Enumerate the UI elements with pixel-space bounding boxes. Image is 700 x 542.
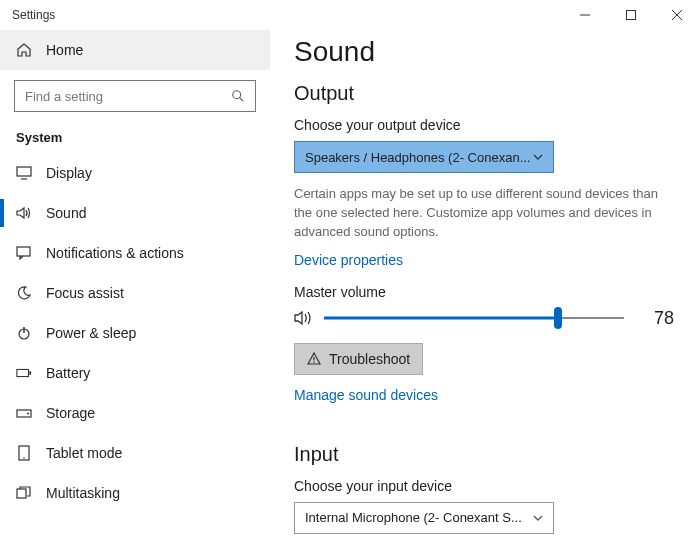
sidebar-item-display[interactable]: Display — [0, 153, 270, 193]
window-title: Settings — [12, 8, 55, 22]
svg-rect-11 — [17, 369, 29, 376]
troubleshoot-label: Troubleshoot — [329, 351, 410, 367]
output-device-value: Speakers / Headphones (2- Conexan... — [305, 150, 530, 165]
volume-icon[interactable] — [294, 310, 314, 326]
sidebar-item-storage[interactable]: Storage — [0, 393, 270, 433]
display-icon — [16, 166, 32, 180]
sidebar-item-label: Storage — [46, 405, 95, 421]
sidebar-item-label: Tablet mode — [46, 445, 122, 461]
sidebar-item-power[interactable]: Power & sleep — [0, 313, 270, 353]
svg-rect-12 — [29, 371, 31, 375]
sidebar-item-label: Sound — [46, 205, 86, 221]
close-button[interactable] — [654, 0, 700, 30]
warning-icon — [307, 352, 321, 366]
tablet-icon — [16, 445, 32, 461]
svg-point-14 — [27, 413, 29, 415]
manage-devices-link[interactable]: Manage sound devices — [294, 387, 438, 403]
focus-icon — [16, 285, 32, 301]
home-nav[interactable]: Home — [0, 30, 270, 70]
svg-point-4 — [233, 91, 241, 99]
main-panel: Sound Output Choose your output device S… — [270, 30, 700, 542]
svg-point-19 — [313, 361, 314, 362]
output-device-label: Choose your output device — [294, 117, 676, 133]
chevron-down-icon — [533, 515, 543, 521]
sidebar-item-focus[interactable]: Focus assist — [0, 273, 270, 313]
output-device-select[interactable]: Speakers / Headphones (2- Conexan... — [294, 141, 554, 173]
input-device-select[interactable]: Internal Microphone (2- Conexant S... — [294, 502, 554, 534]
device-properties-link[interactable]: Device properties — [294, 252, 403, 268]
search-input[interactable] — [25, 89, 231, 104]
sidebar-item-label: Power & sleep — [46, 325, 136, 341]
sound-icon — [16, 206, 32, 220]
page-title: Sound — [294, 36, 676, 68]
sidebar-section-label: System — [0, 126, 270, 153]
battery-icon — [16, 367, 32, 379]
sidebar-item-label: Multitasking — [46, 485, 120, 501]
output-helper-text: Certain apps may be set up to use differ… — [294, 185, 674, 242]
search-input-wrap[interactable] — [14, 80, 256, 112]
troubleshoot-button[interactable]: Troubleshoot — [294, 343, 423, 375]
sidebar-item-battery[interactable]: Battery — [0, 353, 270, 393]
svg-rect-17 — [17, 489, 26, 498]
svg-rect-8 — [17, 247, 30, 256]
volume-value: 78 — [634, 308, 674, 329]
sidebar-item-label: Battery — [46, 365, 90, 381]
notifications-icon — [16, 246, 32, 260]
slider-fill — [324, 317, 558, 320]
input-device-label: Choose your input device — [294, 478, 676, 494]
input-heading: Input — [294, 443, 676, 466]
master-volume-label: Master volume — [294, 284, 676, 300]
sidebar-item-label: Focus assist — [46, 285, 124, 301]
sidebar-item-label: Display — [46, 165, 92, 181]
sidebar-item-sound[interactable]: Sound — [0, 193, 270, 233]
chevron-down-icon — [533, 154, 543, 160]
input-device-value: Internal Microphone (2- Conexant S... — [305, 510, 522, 525]
output-heading: Output — [294, 82, 676, 105]
maximize-button[interactable] — [608, 0, 654, 30]
sidebar-item-notifications[interactable]: Notifications & actions — [0, 233, 270, 273]
storage-icon — [16, 407, 32, 419]
power-icon — [16, 325, 32, 341]
volume-slider[interactable] — [324, 308, 624, 328]
home-label: Home — [46, 42, 83, 58]
svg-point-16 — [23, 457, 25, 459]
sidebar-item-label: Notifications & actions — [46, 245, 184, 261]
minimize-button[interactable] — [562, 0, 608, 30]
svg-line-5 — [240, 98, 244, 102]
svg-rect-1 — [627, 11, 636, 20]
sidebar-item-tablet[interactable]: Tablet mode — [0, 433, 270, 473]
search-icon — [231, 89, 245, 103]
slider-thumb[interactable] — [554, 307, 562, 329]
sidebar: Home System Display Sound — [0, 30, 270, 542]
svg-rect-6 — [17, 167, 31, 176]
multitasking-icon — [16, 486, 32, 500]
home-icon — [16, 42, 32, 58]
sidebar-item-multitasking[interactable]: Multitasking — [0, 473, 270, 513]
